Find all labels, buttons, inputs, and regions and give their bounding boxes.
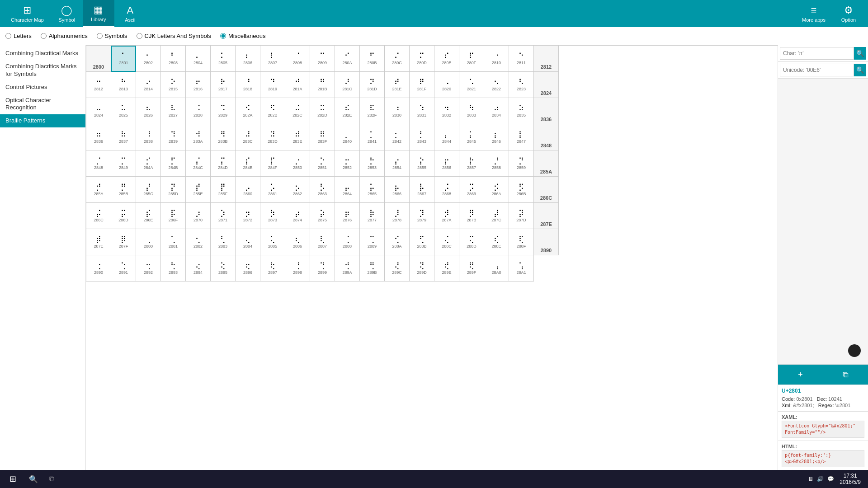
- char-cell-281B[interactable]: ⠛281B: [310, 72, 335, 98]
- char-cell-2892[interactable]: ⢒2892: [136, 255, 161, 282]
- category-letters[interactable]: Letters: [5, 33, 32, 39]
- char-cell-288E[interactable]: ⢎288E: [484, 229, 509, 255]
- category-cjk-radio[interactable]: [137, 33, 142, 39]
- char-cell-2868[interactable]: ⡨2868: [434, 177, 459, 203]
- char-cell-2811[interactable]: ⠑2811: [509, 46, 534, 72]
- char-cell-285E[interactable]: ⡞285E: [186, 177, 211, 203]
- char-cell-2809[interactable]: ⠉2809: [310, 46, 335, 72]
- char-cell-2817[interactable]: ⠗2817: [211, 72, 236, 98]
- char-grid-container[interactable]: 2800⠁2801⠂2802⠃2803⠄2804⠅2805⠆2806⠇2807⠈…: [86, 45, 778, 470]
- char-cell-2813[interactable]: ⠓2813: [111, 72, 136, 98]
- char-cell-282F[interactable]: ⠯282F: [360, 98, 385, 124]
- char-cell-285A[interactable]: ⡚285A: [86, 177, 111, 203]
- char-cell-2869[interactable]: ⡩2869: [459, 177, 484, 203]
- char-cell-2804[interactable]: ⠄2804: [186, 46, 211, 72]
- char-cell-2842[interactable]: ⡂2842: [385, 124, 410, 150]
- char-cell-2894[interactable]: ⢔2894: [186, 255, 211, 282]
- char-cell-280A[interactable]: ⠊280A: [335, 46, 360, 72]
- char-cell-2885[interactable]: ⢅2885: [260, 229, 285, 255]
- char-cell-288A[interactable]: ⢊288A: [385, 229, 410, 255]
- toolbar-library[interactable]: ▦ Library: [83, 0, 114, 27]
- char-cell-284F[interactable]: ⡏284F: [260, 150, 285, 177]
- char-cell-281F[interactable]: ⠟281F: [410, 72, 434, 98]
- char-cell-2852[interactable]: ⡒2852: [335, 150, 360, 177]
- char-cell-2845[interactable]: ⡅2845: [459, 124, 484, 150]
- char-cell-2859[interactable]: ⡙2859: [509, 150, 534, 177]
- option-button[interactable]: ⚙ Option: [833, 0, 864, 27]
- char-cell-286A[interactable]: ⡪286A: [484, 177, 509, 203]
- char-cell-2803[interactable]: ⠃2803: [161, 46, 186, 72]
- toolbar-ascii[interactable]: A Ascii: [114, 0, 146, 27]
- char-cell-280D[interactable]: ⠍280D: [410, 46, 434, 72]
- char-cell-2851[interactable]: ⡑2851: [310, 150, 335, 177]
- char-cell-283B[interactable]: ⠻283B: [211, 124, 236, 150]
- char-cell-2874[interactable]: ⡴2874: [285, 203, 310, 229]
- char-cell-285B[interactable]: ⡛285B: [111, 177, 136, 203]
- char-cell-281E[interactable]: ⠞281E: [385, 72, 410, 98]
- char-cell-2841[interactable]: ⡁2841: [360, 124, 385, 150]
- char-cell-2866[interactable]: ⡦2866: [385, 177, 410, 203]
- char-cell-2808[interactable]: ⠈2808: [285, 46, 310, 72]
- char-cell-2871[interactable]: ⡱2871: [211, 203, 236, 229]
- sidebar-item-ocr[interactable]: Optical Character Recognition: [0, 94, 85, 115]
- char-cell-283A[interactable]: ⠺283A: [186, 124, 211, 150]
- char-cell-2810[interactable]: ⠐2810: [484, 46, 509, 72]
- char-cell-288F[interactable]: ⢏288F: [509, 229, 534, 255]
- char-cell-280F[interactable]: ⠏280F: [459, 46, 484, 72]
- char-cell-2898[interactable]: ⢘2898: [285, 255, 310, 282]
- char-cell-289B[interactable]: ⢛289B: [360, 255, 385, 282]
- char-cell-2837[interactable]: ⠷2837: [111, 124, 136, 150]
- char-cell-287C[interactable]: ⡼287C: [484, 203, 509, 229]
- char-cell-289E[interactable]: ⢞289E: [434, 255, 459, 282]
- char-cell-2873[interactable]: ⡳2873: [260, 203, 285, 229]
- char-cell-283F[interactable]: ⠿283F: [310, 124, 335, 150]
- char-cell-2853[interactable]: ⡓2853: [360, 150, 385, 177]
- char-cell-2890[interactable]: ⢐2890: [86, 255, 111, 282]
- char-cell-2855[interactable]: ⡕2855: [410, 150, 434, 177]
- char-cell-2884[interactable]: ⢄2884: [236, 229, 260, 255]
- char-cell-2867[interactable]: ⡧2867: [410, 177, 434, 203]
- char-cell-286B[interactable]: ⡫286B: [509, 177, 534, 203]
- char-search-input[interactable]: [780, 47, 854, 60]
- char-cell-284D[interactable]: ⡍284D: [211, 150, 236, 177]
- add-button[interactable]: +: [778, 365, 823, 385]
- char-cell-282C[interactable]: ⠬282C: [285, 98, 310, 124]
- char-cell-2862[interactable]: ⡢2862: [285, 177, 310, 203]
- char-cell-287A[interactable]: ⡺287A: [434, 203, 459, 229]
- char-cell-2882[interactable]: ⢂2882: [186, 229, 211, 255]
- start-button[interactable]: ⊞: [4, 471, 22, 487]
- char-cell-2843[interactable]: ⡃2843: [410, 124, 434, 150]
- char-cell-2834[interactable]: ⠴2834: [484, 98, 509, 124]
- char-cell-2823[interactable]: ⠣2823: [509, 72, 534, 98]
- char-cell-2864[interactable]: ⡤2864: [335, 177, 360, 203]
- char-cell-2897[interactable]: ⢗2897: [260, 255, 285, 282]
- char-cell-282E[interactable]: ⠮282E: [335, 98, 360, 124]
- char-cell-2821[interactable]: ⠡2821: [459, 72, 484, 98]
- char-cell-280C[interactable]: ⠌280C: [385, 46, 410, 72]
- copy-button[interactable]: ⧉: [823, 365, 868, 385]
- char-cell-285D[interactable]: ⡝285D: [161, 177, 186, 203]
- char-cell-2838[interactable]: ⠸2838: [136, 124, 161, 150]
- char-cell-2860[interactable]: ⡠2860: [236, 177, 260, 203]
- char-cell-2876[interactable]: ⡶2876: [335, 203, 360, 229]
- char-cell-2850[interactable]: ⡐2850: [285, 150, 310, 177]
- char-cell-2832[interactable]: ⠲2832: [434, 98, 459, 124]
- taskbar-search[interactable]: 🔍: [25, 471, 42, 487]
- char-cell-286D[interactable]: ⡭286D: [111, 203, 136, 229]
- char-cell-2844[interactable]: ⡄2844: [434, 124, 459, 150]
- char-cell-2826[interactable]: ⠦2826: [136, 98, 161, 124]
- char-cell-2863[interactable]: ⡣2863: [310, 177, 335, 203]
- char-cell-2887[interactable]: ⢇2887: [310, 229, 335, 255]
- char-cell-2822[interactable]: ⠢2822: [484, 72, 509, 98]
- char-cell-2870[interactable]: ⡰2870: [186, 203, 211, 229]
- char-cell-2877[interactable]: ⡷2877: [360, 203, 385, 229]
- char-search-button[interactable]: 🔍: [854, 47, 866, 60]
- char-cell-280B[interactable]: ⠋280B: [360, 46, 385, 72]
- char-cell-2861[interactable]: ⡡2861: [260, 177, 285, 203]
- char-cell-2880[interactable]: ⢀2880: [136, 229, 161, 255]
- char-cell-287F[interactable]: ⡿287F: [111, 229, 136, 255]
- char-cell-281A[interactable]: ⠚281A: [285, 72, 310, 98]
- char-cell-286C[interactable]: ⡬286C: [86, 203, 111, 229]
- char-cell-28A0[interactable]: ⢠28A0: [484, 255, 509, 282]
- char-cell-2802[interactable]: ⠂2802: [136, 46, 161, 72]
